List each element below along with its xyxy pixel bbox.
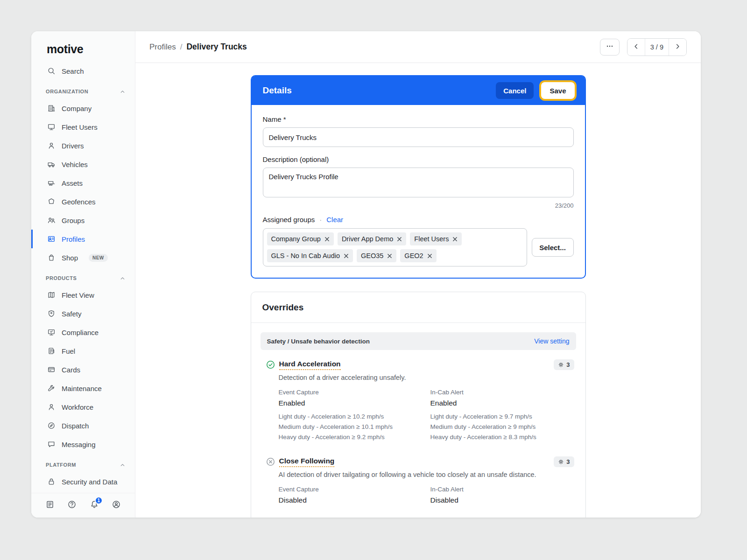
clear-groups-link[interactable]: Clear [326, 216, 343, 224]
people-icon [47, 216, 56, 224]
sidebar-section-products[interactable]: PRODUCTS [31, 271, 135, 286]
account-icon[interactable] [112, 500, 121, 509]
truck-icon [47, 160, 56, 168]
sidebar-item-label: Dispatch [62, 422, 89, 430]
compliance-monitor-icon [47, 328, 56, 336]
sidebar-item-assets[interactable]: Assets [31, 174, 135, 192]
section-label: PLATFORM [46, 462, 76, 468]
group-chip: Company Group [267, 232, 334, 245]
remove-chip-icon[interactable] [387, 253, 392, 259]
details-card-body: Name * Description (optional) Delivery T… [252, 105, 585, 278]
sidebar-item-maintenance[interactable]: Maintenance [31, 379, 135, 398]
threshold-line: Light duty - Acceleration ≥ 10.2 mph/s [279, 412, 430, 422]
event-capture-column: Event Capture Enabled Light duty - Accel… [279, 389, 430, 442]
section-label: PRODUCTS [46, 275, 77, 281]
sidebar-item-search[interactable]: Search [31, 62, 135, 80]
chevron-up-icon [120, 89, 126, 95]
sidebar-item-label: Fleet Users [62, 123, 98, 131]
incab-alert-value: Disabled [430, 496, 574, 504]
sidebar-item-label: Messaging [62, 441, 96, 448]
group-chip-label: Driver App Demo [342, 235, 393, 243]
event-capture-value: Enabled [279, 399, 430, 407]
content-area: Details Cancel Save Name * Description (… [135, 63, 701, 518]
trailer-icon [47, 179, 56, 187]
override-count-badge[interactable]: 3 [554, 456, 574, 467]
name-label: Name * [263, 115, 574, 123]
sidebar-item-cards[interactable]: Cards [31, 360, 135, 379]
sidebar: motive Search ORGANIZATION Company Fleet… [31, 31, 135, 518]
feedback-icon[interactable] [45, 500, 55, 509]
sidebar-item-compliance[interactable]: Compliance [31, 323, 135, 342]
details-card: Details Cancel Save Name * Description (… [251, 75, 586, 279]
sidebar-item-profiles[interactable]: Profiles [31, 230, 135, 248]
breadcrumb-profiles-link[interactable]: Profiles [149, 42, 176, 52]
sidebar-item-label: Compliance [62, 329, 99, 336]
sidebar-item-label: Vehicles [62, 161, 88, 168]
cancel-button[interactable]: Cancel [496, 82, 534, 99]
details-card-header: Details Cancel Save [252, 76, 585, 105]
sidebar-item-fleet-users[interactable]: Fleet Users [31, 118, 135, 136]
override-item-close-following: Close Following 3 AI detection of driver… [251, 447, 585, 509]
next-page-button[interactable] [669, 39, 686, 56]
sidebar-bottom-bar: 1 [31, 493, 135, 518]
view-setting-link[interactable]: View setting [534, 337, 569, 345]
sidebar-item-label: Security and Data [62, 478, 117, 486]
select-groups-button[interactable]: Select... [532, 238, 574, 257]
more-actions-button[interactable] [600, 39, 620, 56]
notifications-bell-icon[interactable]: 1 [90, 500, 99, 509]
remove-chip-icon[interactable] [344, 253, 349, 259]
sidebar-section-platform[interactable]: PLATFORM [31, 457, 135, 472]
incab-alert-label: In-Cab Alert [430, 486, 574, 493]
more-icon [606, 42, 614, 52]
override-count-badge[interactable]: 3 [554, 359, 574, 370]
sidebar-item-fuel[interactable]: Fuel [31, 342, 135, 360]
name-input[interactable] [263, 127, 574, 147]
chat-bubble-icon [47, 440, 56, 448]
chevron-left-icon [633, 43, 640, 51]
chevron-right-icon [674, 43, 681, 51]
override-title-link[interactable]: Close Following [279, 457, 335, 467]
event-capture-label: Event Capture [279, 486, 430, 493]
group-chip: GEO35 [357, 249, 396, 262]
section-label: ORGANIZATION [46, 89, 88, 94]
sidebar-item-workforce[interactable]: Workforce [31, 398, 135, 416]
save-button[interactable]: Save [541, 82, 574, 99]
override-title-link[interactable]: Hard Acceleration [279, 360, 341, 370]
help-icon[interactable] [67, 500, 77, 509]
sidebar-item-label: Fuel [62, 347, 75, 355]
breadcrumb-separator: / [180, 42, 183, 52]
description-textarea[interactable]: Delivery Trucks Profile [263, 168, 574, 197]
sidebar-item-security-and-data[interactable]: Security and Data [31, 472, 135, 491]
sidebar-item-safety[interactable]: Safety [31, 304, 135, 323]
sidebar-item-groups[interactable]: Groups [31, 211, 135, 230]
remove-chip-icon[interactable] [427, 253, 432, 259]
event-capture-column: Event Capture Disabled [279, 486, 430, 509]
override-settings-grid: Event Capture Enabled Light duty - Accel… [279, 389, 574, 442]
sidebar-item-vehicles[interactable]: Vehicles [31, 155, 135, 174]
sidebar-item-fleet-view[interactable]: Fleet View [31, 286, 135, 304]
group-chip-label: Fleet Users [414, 235, 449, 243]
group-chip-label: GEO2 [404, 252, 423, 259]
fuel-receipt-icon [47, 347, 56, 355]
sidebar-section-organization[interactable]: ORGANIZATION [31, 84, 135, 99]
dot-separator: · [319, 216, 322, 224]
remove-chip-icon[interactable] [452, 237, 458, 242]
threshold-line: Medium duty - Acceleration ≥ 10.1 mph/s [279, 422, 430, 432]
sidebar-item-geofences[interactable]: Geofences [31, 192, 135, 211]
sidebar-item-shop[interactable]: Shop NEW [31, 248, 135, 267]
prev-page-button[interactable] [627, 39, 645, 56]
shopping-bag-icon [47, 253, 56, 262]
sidebar-item-dispatch[interactable]: Dispatch [31, 416, 135, 435]
wrench-icon [47, 384, 56, 392]
override-count: 3 [566, 458, 570, 465]
sidebar-item-messaging[interactable]: Messaging [31, 435, 135, 454]
breadcrumb: Profiles / Delivery Trucks [149, 42, 247, 52]
sidebar-item-company[interactable]: Company [31, 99, 135, 118]
assigned-groups-editor: Company Group Driver App Demo Fleet User… [263, 228, 574, 266]
remove-chip-icon[interactable] [324, 237, 330, 242]
remove-chip-icon[interactable] [397, 237, 402, 242]
sidebar-item-drivers[interactable]: Drivers [31, 136, 135, 155]
incab-alert-column: In-Cab Alert Enabled Light duty - Accele… [430, 389, 574, 442]
overrides-title: Overrides [251, 292, 585, 323]
monitor-icon [47, 123, 56, 131]
